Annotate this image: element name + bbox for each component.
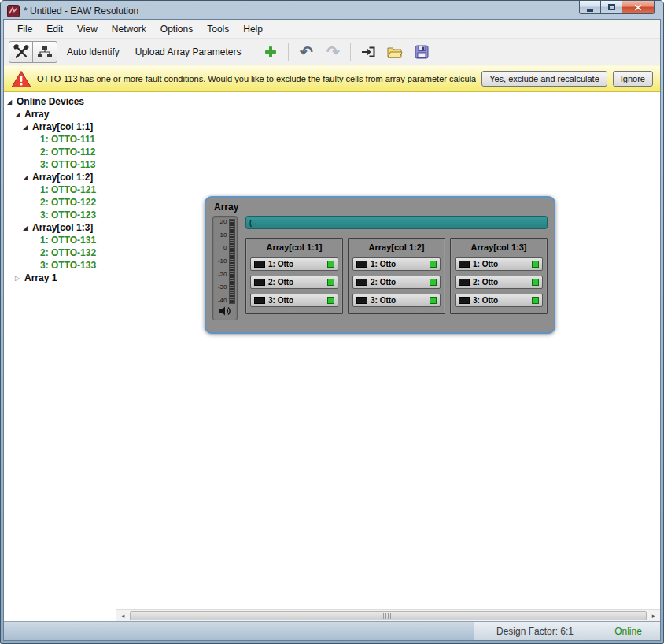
scrollbar-track[interactable] (129, 610, 647, 621)
tree-item-label: Array 1 (24, 272, 57, 283)
warning-message: OTTO-113 has one or more fault condition… (37, 74, 476, 83)
tree-item-otto-131[interactable]: 1: OTTO-131 (6, 234, 116, 246)
scrollbar-grip (383, 613, 393, 619)
module-cell[interactable]: 3: Otto (455, 294, 543, 307)
save-button[interactable] (410, 42, 433, 62)
maximize-icon (608, 4, 615, 10)
tree-item-label: 2: OTTO-112 (40, 146, 95, 157)
auto-identify-button[interactable]: Auto Identify (61, 43, 126, 61)
module-cell[interactable]: 1: Otto (352, 257, 441, 271)
tree-item-otto-111[interactable]: 1: OTTO-111 (6, 133, 116, 146)
module-label: 3: Otto (268, 296, 324, 305)
tree-item-otto-132[interactable]: 2: OTTO-132 (6, 246, 116, 259)
status-led (430, 297, 437, 304)
title-bar[interactable]: * Untitled - EAW Resolution (3, 1, 661, 19)
horizontal-scrollbar[interactable]: ◂ ▸ (116, 609, 660, 621)
tree-item-label: 3: OTTO-113 (40, 159, 95, 170)
module-screen-icon (459, 297, 470, 304)
ignore-button[interactable]: Ignore (613, 71, 653, 87)
tree-item-array-1[interactable]: ▷ Array 1 (6, 272, 116, 284)
menu-bar: File Edit View Network Options Tools Hel… (4, 20, 660, 39)
undo-button[interactable]: ↶ (294, 42, 318, 62)
tree-item-otto-121[interactable]: 1: OTTO-121 (6, 183, 116, 196)
tree-item-otto-113[interactable]: 3: OTTO-113 (6, 158, 116, 171)
menu-view[interactable]: View (70, 20, 105, 38)
tools-button[interactable] (9, 42, 33, 62)
tree-item-otto-112[interactable]: 2: OTTO-112 (6, 146, 116, 158)
scroll-right-arrow[interactable]: ▸ (647, 610, 660, 621)
tree-item-array-col-1-1[interactable]: ◢ Array[col 1:1] (6, 120, 116, 133)
close-button[interactable] (622, 1, 655, 14)
toolbar-separator (288, 43, 289, 61)
tree-expander-icon[interactable]: ◢ (23, 174, 32, 181)
add-button[interactable] (259, 42, 282, 62)
module-cell[interactable]: 2: Otto (250, 276, 338, 289)
import-icon (360, 45, 376, 59)
menu-help[interactable]: Help (236, 20, 270, 38)
network-button[interactable] (33, 42, 57, 62)
maximize-button[interactable] (600, 1, 622, 14)
module-label: 1: Otto (371, 260, 426, 268)
redo-button[interactable]: ↷ (321, 42, 345, 62)
tree-item-online-devices[interactable]: ◢ Online Devices (6, 95, 116, 108)
tree-item-array-col-1-2[interactable]: ◢ Array[col 1:2] (6, 171, 116, 183)
module-screen-icon (254, 279, 265, 286)
speaker-icon[interactable] (219, 305, 232, 316)
menu-options[interactable]: Options (153, 20, 200, 38)
module-cell[interactable]: 1: Otto (455, 257, 543, 271)
toolbar: Auto Identify Upload Array Parameters ↶ … (4, 39, 660, 65)
main-content: ◢ Online Devices ◢ Array ◢ Array[col 1:1… (4, 92, 660, 621)
mode-button-group (9, 41, 57, 63)
meter-tick: 0 (216, 245, 227, 251)
array-column-title: Array[col 1:3] (455, 242, 543, 252)
tree-expander-icon[interactable]: ◢ (7, 98, 17, 105)
pan-icon: (↔ (249, 219, 257, 227)
tree-item-array-col-1-3[interactable]: ◢ Array[col 1:3] (6, 221, 116, 234)
tree-item-label: Array[col 1:2] (32, 172, 93, 183)
minimize-button[interactable] (579, 1, 600, 14)
array-columns: Array[col 1:1] 1: Otto 2: Otto (245, 238, 548, 314)
import-button[interactable] (356, 42, 380, 62)
window-controls (579, 1, 655, 14)
save-floppy-icon (415, 45, 429, 59)
menu-network[interactable]: Network (105, 20, 153, 38)
module-cell[interactable]: 1: Otto (250, 257, 338, 271)
upload-array-parameters-button[interactable]: Upload Array Parameters (129, 43, 248, 61)
tree-item-label: 2: OTTO-122 (40, 197, 96, 208)
tree-item-label: 3: OTTO-123 (40, 209, 96, 220)
tree-expander-icon[interactable]: ◢ (23, 124, 32, 131)
tree-expander-icon[interactable]: ◢ (15, 111, 24, 118)
canvas: Array 20 10 0 -10 -20 -30 (116, 92, 660, 621)
status-bar-spacer (4, 622, 474, 640)
tree-item-array[interactable]: ◢ Array (6, 108, 116, 120)
module-cell[interactable]: 3: Otto (352, 294, 441, 307)
menu-tools[interactable]: Tools (200, 20, 236, 38)
status-led (532, 279, 539, 286)
tree-item-otto-133[interactable]: 3: OTTO-133 (6, 259, 116, 272)
menu-edit[interactable]: Edit (39, 20, 70, 38)
open-folder-icon (387, 46, 403, 58)
tree-item-otto-123[interactable]: 3: OTTO-123 (6, 209, 116, 221)
array-input-bar[interactable]: (↔ (245, 216, 548, 229)
scroll-left-arrow[interactable]: ◂ (116, 610, 129, 621)
scrollbar-thumb[interactable] (130, 611, 647, 620)
module-cell[interactable]: 3: Otto (250, 294, 338, 307)
yes-exclude-recalculate-button[interactable]: Yes, exclude and recalculate (481, 71, 607, 87)
module-cell[interactable]: 2: Otto (455, 276, 543, 289)
menu-file[interactable]: File (10, 20, 39, 38)
open-button[interactable] (383, 42, 407, 62)
tree-expander-icon[interactable]: ◢ (23, 224, 32, 231)
wrench-screwdriver-icon (13, 44, 29, 60)
module-screen-icon (254, 261, 265, 268)
module-screen-icon (254, 297, 265, 304)
tree-item-otto-122[interactable]: 2: OTTO-122 (6, 196, 116, 209)
array-panel[interactable]: Array 20 10 0 -10 -20 -30 (205, 196, 555, 334)
tree-item-label: Array[col 1:3] (32, 222, 93, 233)
array-panel-right: (↔ Array[col 1:1] 1: Otto (245, 216, 548, 320)
meter-tick: 20 (216, 219, 227, 225)
device-tree: ◢ Online Devices ◢ Array ◢ Array[col 1:1… (4, 92, 116, 621)
module-cell[interactable]: 2: Otto (352, 276, 441, 289)
meter-led-strip (229, 219, 235, 304)
tree-item-label: 1: OTTO-131 (40, 235, 96, 246)
tree-expander-icon[interactable]: ▷ (15, 275, 24, 282)
